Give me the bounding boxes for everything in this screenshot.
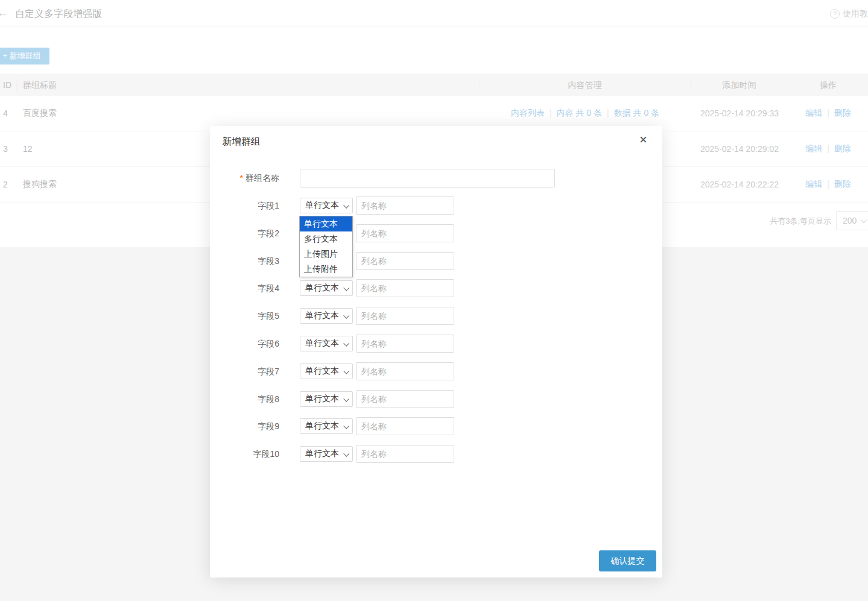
chevron-down-icon	[343, 368, 349, 374]
field-row: 字段10单行文本	[210, 445, 662, 464]
required-mark: *	[240, 173, 243, 183]
field-label: 字段4	[210, 279, 279, 297]
dropdown-option[interactable]: 单行文本	[300, 216, 352, 231]
field-label: 字段8	[210, 390, 279, 408]
column-name-input[interactable]	[356, 390, 454, 408]
field-row: 字段3单行文本	[210, 252, 662, 271]
field-type-select[interactable]: 单行文本	[300, 198, 353, 213]
field-type-select[interactable]: 单行文本	[300, 418, 353, 434]
close-icon[interactable]: ×	[637, 131, 650, 149]
field-type-value: 单行文本	[305, 283, 339, 294]
field-row: 字段7单行文本	[210, 362, 662, 382]
field-label: 字段5	[210, 307, 279, 325]
field-row: 字段6单行文本	[210, 335, 662, 354]
field-row: 字段8单行文本	[210, 390, 662, 409]
field-label: 字段7	[210, 362, 279, 380]
chevron-down-icon	[343, 423, 349, 429]
field-type-dropdown: 单行文本多行文本上传图片上传附件	[299, 216, 353, 277]
column-name-input[interactable]	[356, 279, 454, 297]
chevron-down-icon	[343, 395, 349, 401]
field-type-value: 单行文本	[305, 200, 339, 211]
chevron-down-icon	[343, 202, 349, 208]
column-name-input[interactable]	[356, 307, 454, 325]
field-label: 字段10	[210, 445, 279, 463]
chevron-down-icon	[343, 285, 349, 291]
group-name-row: *群组名称	[210, 169, 662, 188]
add-group-modal: 新增群组 × *群组名称 字段1单行文本字段2单行文本字段3单行文本字段4单行文…	[210, 126, 662, 577]
group-name-input[interactable]	[300, 169, 555, 187]
submit-button[interactable]: 确认提交	[599, 550, 656, 571]
column-name-input[interactable]	[356, 417, 454, 435]
chevron-down-icon	[343, 340, 349, 346]
field-row: 字段2单行文本	[210, 224, 662, 244]
field-type-select[interactable]: 单行文本	[300, 336, 353, 351]
field-type-value: 单行文本	[305, 310, 339, 321]
field-label: 字段3	[210, 252, 279, 270]
field-label: 字段9	[210, 417, 279, 435]
field-type-select[interactable]: 单行文本	[300, 446, 353, 462]
column-name-input[interactable]	[356, 252, 454, 270]
field-row: 字段5单行文本	[210, 307, 662, 326]
field-label: 字段2	[210, 224, 279, 242]
column-name-input[interactable]	[356, 335, 454, 353]
group-name-label: *群组名称	[210, 169, 279, 187]
dropdown-option[interactable]: 多行文本	[300, 231, 352, 247]
column-name-input[interactable]	[356, 445, 454, 463]
column-name-input[interactable]	[356, 197, 454, 215]
field-label: 字段6	[210, 335, 279, 353]
field-type-select[interactable]: 单行文本	[300, 308, 353, 324]
chevron-down-icon	[343, 312, 349, 318]
modal-title: 新增群组	[222, 136, 261, 148]
chevron-down-icon	[343, 450, 349, 456]
field-type-select[interactable]: 单行文本	[300, 363, 353, 379]
field-row: 字段4单行文本	[210, 279, 662, 298]
column-name-input[interactable]	[356, 362, 454, 380]
column-name-input[interactable]	[356, 224, 454, 242]
field-type-value: 单行文本	[305, 421, 339, 432]
field-row: 字段9单行文本	[210, 417, 662, 436]
field-type-select[interactable]: 单行文本	[300, 280, 353, 296]
dropdown-option[interactable]: 上传图片	[300, 247, 352, 262]
dropdown-option[interactable]: 上传附件	[300, 262, 352, 277]
field-type-select[interactable]: 单行文本	[300, 391, 353, 407]
field-type-value: 单行文本	[305, 366, 339, 377]
field-type-value: 单行文本	[305, 448, 339, 459]
field-type-value: 单行文本	[305, 394, 339, 404]
field-row: 字段1单行文本	[210, 197, 662, 216]
field-type-value: 单行文本	[305, 338, 339, 349]
field-label: 字段1	[210, 197, 279, 215]
